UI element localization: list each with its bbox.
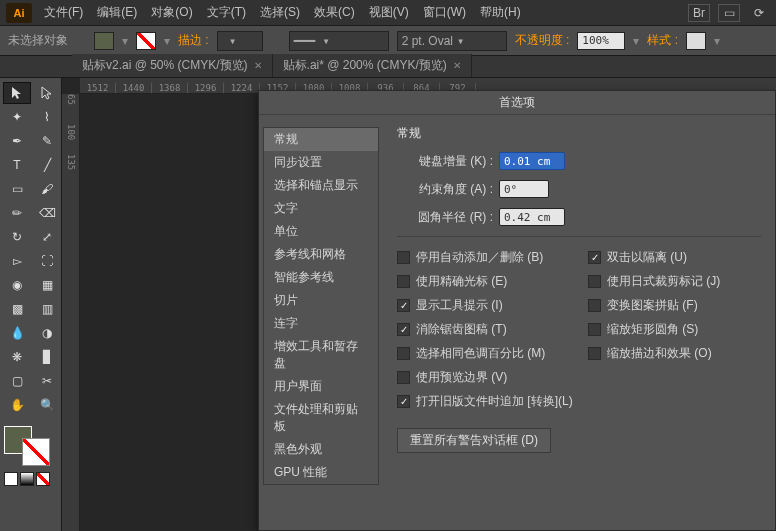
rectangle-tool[interactable]: ▭ (3, 178, 31, 200)
check-same-tint[interactable]: 选择相同色调百分比 (M) (397, 345, 570, 362)
sidebar-item-black[interactable]: 黑色外观 (264, 438, 378, 461)
section-title: 常规 (397, 125, 761, 142)
check-anti-alias[interactable]: 消除锯齿图稿 (T) (397, 321, 570, 338)
check-double-click-isolate[interactable]: 双击以隔离 (U) (588, 249, 761, 266)
tab-doc1[interactable]: 贴标v2.ai @ 50% (CMYK/预览)✕ (72, 54, 273, 77)
style-label: 样式 : (647, 32, 678, 49)
gradient-mode[interactable] (20, 472, 34, 486)
menu-help[interactable]: 帮助(H) (474, 1, 527, 24)
artboard-tool[interactable]: ▢ (3, 370, 31, 392)
direct-select-tool[interactable] (33, 82, 61, 104)
stroke-color[interactable] (22, 438, 50, 466)
slice-tool[interactable]: ✂ (33, 370, 61, 392)
symbol-tool[interactable]: ❋ (3, 346, 31, 368)
width-tool[interactable]: ▻ (3, 250, 31, 272)
dialog-main: 常规 键盘增量 (K) : 约束角度 (A) : 圆角半径 (R) : (383, 115, 775, 530)
sidebar-item-slices[interactable]: 切片 (264, 289, 378, 312)
keyboard-increment-label: 键盘增量 (K) : (397, 153, 493, 170)
sidebar-item-gpu[interactable]: GPU 性能 (264, 461, 378, 484)
line-tool[interactable]: ╱ (33, 154, 61, 176)
check-japanese-crop[interactable]: 使用日式裁剪标记 (J) (588, 273, 761, 290)
type-tool[interactable]: T (3, 154, 31, 176)
menu-effect[interactable]: 效果(C) (308, 1, 361, 24)
sidebar-item-sync[interactable]: 同步设置 (264, 151, 378, 174)
pen-tool[interactable]: ✒ (3, 130, 31, 152)
sidebar-item-hyphen[interactable]: 连字 (264, 312, 378, 335)
corner-radius-input[interactable] (499, 208, 565, 226)
app-logo: Ai (6, 3, 32, 23)
stroke-weight-select[interactable]: ▾ (217, 31, 263, 51)
menu-type[interactable]: 文字(T) (201, 1, 252, 24)
perspective-tool[interactable]: ▦ (33, 274, 61, 296)
check-precise-cursor[interactable]: 使用精确光标 (E) (397, 273, 570, 290)
scale-tool[interactable]: ⤢ (33, 226, 61, 248)
brush-select[interactable]: 2 pt. Oval ▾ (397, 31, 507, 51)
selection-tool[interactable] (3, 82, 31, 104)
check-tool-tips[interactable]: 显示工具提示 (I) (397, 297, 570, 314)
tab-doc2[interactable]: 贴标.ai* @ 200% (CMYK/预览)✕ (273, 54, 472, 77)
menu-object[interactable]: 对象(O) (145, 1, 198, 24)
sidebar-item-ui[interactable]: 用户界面 (264, 375, 378, 398)
arrange-icon[interactable]: ▭ (718, 4, 740, 22)
check-scale-corners[interactable]: 缩放矩形圆角 (S) (588, 321, 761, 338)
keyboard-increment-input[interactable] (499, 152, 565, 170)
menu-edit[interactable]: 编辑(E) (91, 1, 143, 24)
bridge-icon[interactable]: Br (688, 4, 710, 22)
check-transform-pattern[interactable]: 变换图案拼贴 (F) (588, 297, 761, 314)
graph-tool[interactable]: ▊ (33, 346, 61, 368)
menu-view[interactable]: 视图(V) (363, 1, 415, 24)
pencil-tool[interactable]: ✏ (3, 202, 31, 224)
eyedropper-tool[interactable]: 💧 (3, 322, 31, 344)
sidebar-item-smartguides[interactable]: 智能参考线 (264, 266, 378, 289)
check-preview-bounds[interactable]: 使用预览边界 (V) (397, 369, 570, 386)
sidebar-item-plugins[interactable]: 增效工具和暂存盘 (264, 335, 378, 375)
selection-status: 未选择对象 (8, 32, 68, 49)
blend-tool[interactable]: ◑ (33, 322, 61, 344)
eraser-tool[interactable]: ⌫ (33, 202, 61, 224)
none-mode[interactable] (36, 472, 50, 486)
stroke-swatch[interactable] (136, 32, 156, 50)
gradient-tool[interactable]: ▥ (33, 298, 61, 320)
opacity-label: 不透明度 : (515, 32, 570, 49)
stroke-label: 描边 : (178, 32, 209, 49)
mesh-tool[interactable]: ▩ (3, 298, 31, 320)
sidebar-item-guides[interactable]: 参考线和网格 (264, 243, 378, 266)
close-icon[interactable]: ✕ (453, 60, 461, 71)
menu-window[interactable]: 窗口(W) (417, 1, 472, 24)
curvature-tool[interactable]: ✎ (33, 130, 61, 152)
check-disable-auto-add[interactable]: 停用自动添加／删除 (B) (397, 249, 570, 266)
menu-select[interactable]: 选择(S) (254, 1, 306, 24)
style-swatch[interactable] (686, 32, 706, 50)
sidebar-item-units[interactable]: 单位 (264, 220, 378, 243)
constrain-angle-input[interactable] (499, 180, 549, 198)
control-bar: 未选择对象 ▾ ▾ 描边 : ▾ ━━━ ▾ 2 pt. Oval ▾ 不透明度… (0, 26, 776, 56)
sidebar-item-filehandling[interactable]: 文件处理和剪贴板 (264, 398, 378, 438)
sync-icon[interactable]: ⟳ (748, 4, 770, 22)
shape-builder-tool[interactable]: ◉ (3, 274, 31, 296)
lasso-tool[interactable]: ⌇ (33, 106, 61, 128)
dialog-sidebar: 常规 同步设置 选择和锚点显示 文字 单位 参考线和网格 智能参考线 切片 连字… (259, 115, 383, 530)
sidebar-item-general[interactable]: 常规 (264, 128, 378, 151)
close-icon[interactable]: ✕ (254, 60, 262, 71)
check-scale-strokes[interactable]: 缩放描边和效果 (O) (588, 345, 761, 362)
canvas[interactable]: 1512144013681296122411521080100893686479… (62, 78, 776, 531)
zoom-tool[interactable]: 🔍 (33, 394, 61, 416)
free-transform-tool[interactable]: ⛶ (33, 250, 61, 272)
brush-tool[interactable]: 🖌 (33, 178, 61, 200)
menu-file[interactable]: 文件(F) (38, 1, 89, 24)
checkbox-grid: 停用自动添加／删除 (B) 双击以隔离 (U) 使用精确光标 (E) 使用日式裁… (397, 249, 761, 410)
sidebar-item-type[interactable]: 文字 (264, 197, 378, 220)
corner-radius-label: 圆角半径 (R) : (397, 209, 493, 226)
opacity-input[interactable] (577, 32, 625, 50)
sidebar-item-anchors[interactable]: 选择和锚点显示 (264, 174, 378, 197)
hand-tool[interactable]: ✋ (3, 394, 31, 416)
toolbox: ✦ ⌇ ✒ ✎ T ╱ ▭ 🖌 ✏ ⌫ ↻ ⤢ ▻ ⛶ ◉ ▦ ▩ ▥ 💧 ◑ … (0, 78, 62, 531)
stroke-profile-select[interactable]: ━━━ ▾ (289, 31, 389, 51)
fill-stroke-control[interactable] (4, 426, 57, 466)
rotate-tool[interactable]: ↻ (3, 226, 31, 248)
fill-swatch[interactable] (94, 32, 114, 50)
check-append-converted[interactable]: 打开旧版文件时追加 [转换](L) (397, 393, 761, 410)
reset-warnings-button[interactable]: 重置所有警告对话框 (D) (397, 428, 551, 453)
magic-wand-tool[interactable]: ✦ (3, 106, 31, 128)
color-mode[interactable] (4, 472, 18, 486)
